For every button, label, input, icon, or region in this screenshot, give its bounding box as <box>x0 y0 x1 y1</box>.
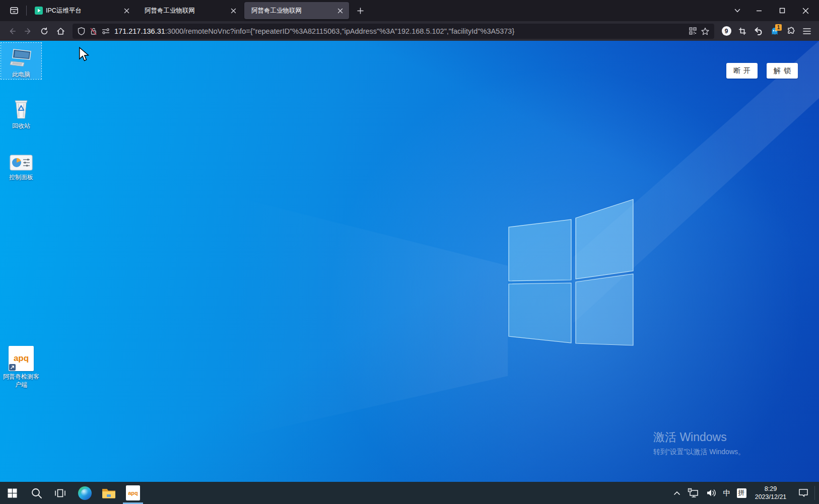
list-all-tabs-button[interactable] <box>727 3 747 19</box>
taskbar-spacer <box>145 482 669 504</box>
ime-mode-box: 拼 <box>737 488 746 498</box>
maximize-icon <box>779 8 785 14</box>
taskbar-apq-client-button[interactable]: apq <box>121 482 145 504</box>
menu-button[interactable] <box>799 24 815 39</box>
wallpaper-light-beam <box>0 41 819 482</box>
site-permissions-icon[interactable] <box>102 28 110 35</box>
tab-title: 阿普奇工业物联网 <box>145 7 225 15</box>
tab-separator <box>26 6 27 16</box>
watermark-line1: 激活 Windows <box>653 429 745 445</box>
qr-code-icon[interactable] <box>689 27 697 35</box>
recycle-bin-icon <box>12 96 31 120</box>
this-pc-icon <box>10 47 33 69</box>
bookmark-star-icon[interactable] <box>701 27 709 35</box>
shield-icon[interactable] <box>78 27 85 35</box>
tray-volume-button[interactable] <box>703 482 720 504</box>
forward-button[interactable] <box>20 24 36 39</box>
insecure-lock-icon[interactable] <box>90 27 97 35</box>
windows-wallpaper-logo <box>508 198 635 347</box>
task-view-icon <box>54 488 66 498</box>
search-icon <box>31 487 42 499</box>
screen: IPC运维平台 阿普奇工业物联网 阿普奇工业物联网 <box>0 0 819 504</box>
tab-close-icon[interactable] <box>121 6 131 16</box>
back-arrow-icon <box>8 27 16 35</box>
apq-logo-text: apq <box>14 353 29 364</box>
firefox-view-button[interactable] <box>5 3 23 19</box>
reload-icon <box>40 27 48 35</box>
undo-extension-button[interactable] <box>750 24 767 39</box>
tab-title: IPC运维平台 <box>46 7 118 15</box>
windows-activation-watermark: 激活 Windows 转到“设置”以激活 Windows。 <box>653 429 745 457</box>
plus-icon <box>357 8 364 14</box>
home-icon <box>56 27 65 35</box>
clock-date: 2023/12/21 <box>755 493 787 501</box>
windows-taskbar: apq 中 拼 8:29 <box>0 482 819 504</box>
tab-title: 阿普奇工业物联网 <box>251 7 332 15</box>
remote-desktop-viewport[interactable]: 此电脑 回收站 <box>0 41 819 482</box>
clock-time: 8:29 <box>765 485 777 493</box>
taskbar-edge-button[interactable] <box>73 482 97 504</box>
wallpaper-light-beam <box>0 41 819 482</box>
action-center-button[interactable] <box>792 482 814 504</box>
tray-ime-mode[interactable]: 拼 <box>734 482 749 504</box>
desktop-icon-recycle-bin[interactable]: 回收站 <box>1 94 41 130</box>
edge-icon <box>78 486 92 500</box>
windows-start-icon <box>8 488 17 498</box>
window-close-button[interactable] <box>794 0 817 21</box>
network-icon <box>688 488 700 498</box>
tray-ime-language[interactable]: 中 <box>720 482 734 504</box>
speaker-icon <box>706 488 717 497</box>
start-button[interactable] <box>0 482 24 504</box>
tray-network-button[interactable] <box>685 482 703 504</box>
back-button[interactable] <box>4 24 20 39</box>
mouse-cursor <box>78 47 89 62</box>
chevron-up-icon <box>673 489 681 496</box>
window-maximize-button[interactable] <box>771 0 794 21</box>
control-panel-icon <box>10 155 33 172</box>
action-center-icon <box>798 488 808 497</box>
shortcut-arrow-icon <box>9 364 16 371</box>
puzzle-icon <box>787 27 795 35</box>
url-text[interactable]: 171.217.136.31:3000/remoteNoVnc?info={"r… <box>114 27 686 35</box>
close-icon <box>802 8 809 14</box>
tab-ipc-platform[interactable]: IPC运维平台 <box>31 2 135 19</box>
screenshot-crop-button[interactable] <box>734 24 750 39</box>
extension-badge-button[interactable]: 9 <box>718 24 734 39</box>
tab-apuqi-2-active[interactable]: 阿普奇工业物联网 <box>244 2 349 19</box>
tab-close-icon[interactable] <box>335 6 345 16</box>
window-minimize-button[interactable] <box>747 0 771 21</box>
apq-logo-text: apq <box>128 490 138 496</box>
home-button[interactable] <box>52 24 69 39</box>
url-path: :3000/remoteNoVnc?info={"repeaterID"%3A8… <box>165 27 514 35</box>
play-favicon-icon <box>35 7 43 15</box>
disconnect-button[interactable]: 断开 <box>726 63 758 79</box>
watermark-line2: 转到“设置”以激活 Windows。 <box>653 448 745 457</box>
undo-arrow-icon <box>754 27 763 35</box>
url-bar[interactable]: 171.217.136.31:3000/remoteNoVnc?info={"r… <box>73 24 714 39</box>
desktop-icon-apq-client[interactable]: apq 阿普奇检测客户端 <box>1 345 41 389</box>
task-view-button[interactable] <box>48 482 73 504</box>
new-tab-button[interactable] <box>352 3 368 19</box>
apq-logo: apq <box>9 346 34 371</box>
crop-icon <box>738 27 746 35</box>
taskbar-file-explorer-button[interactable] <box>97 482 121 504</box>
taskbar-search-button[interactable] <box>24 482 48 504</box>
desktop-icon-this-pc[interactable]: 此电脑 <box>1 43 41 79</box>
dove-extension-badge: 1 <box>775 24 782 31</box>
unlock-button[interactable]: 解锁 <box>767 63 798 79</box>
apq-taskbar-icon: apq <box>126 485 140 500</box>
tab-close-icon[interactable] <box>228 6 238 16</box>
tray-show-hidden-icons-button[interactable] <box>669 482 685 504</box>
hamburger-icon <box>803 28 811 35</box>
tab-apuqi-1[interactable]: 阿普奇工业物联网 <box>138 2 242 19</box>
desktop-icon-label: 回收站 <box>1 122 41 130</box>
extensions-button[interactable] <box>783 24 799 39</box>
browser-toolbar: 171.217.136.31:3000/remoteNoVnc?info={"r… <box>0 21 819 41</box>
reload-button[interactable] <box>36 24 52 39</box>
show-desktop-button[interactable] <box>815 482 819 504</box>
firefox-view-icon <box>10 6 19 15</box>
desktop-icon-label: 此电脑 <box>1 71 41 79</box>
tray-clock[interactable]: 8:29 2023/12/21 <box>749 482 792 504</box>
desktop-icon-control-panel[interactable]: 控制面板 <box>1 146 41 182</box>
dove-extension-button[interactable]: 1 <box>767 24 783 39</box>
